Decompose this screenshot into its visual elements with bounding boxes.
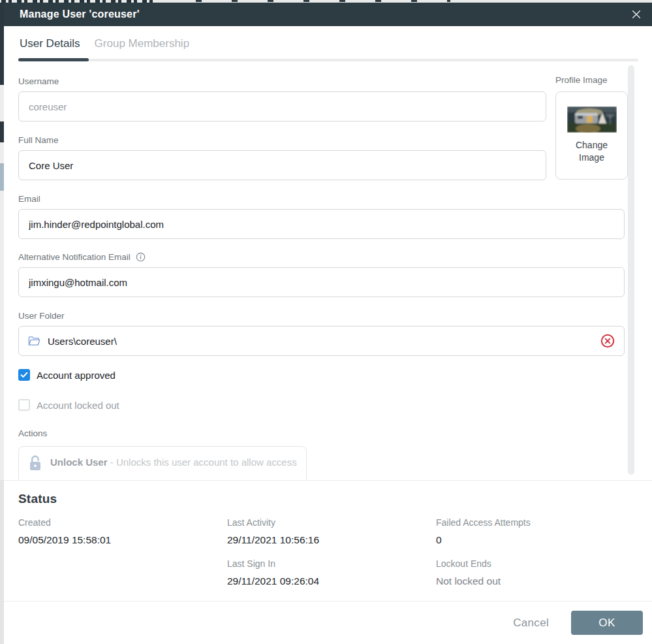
unlock-action-description: - Unlocks this user account to allow acc… [108, 457, 297, 468]
status-created: Created 09/05/2019 15:58:01 [18, 517, 227, 546]
dialog-header: Manage User 'coreuser' [4, 3, 652, 26]
account-approved-label: Account approved [37, 370, 116, 381]
status-lockout-ends-value: Not locked out [436, 575, 638, 587]
account-locked-checkbox: Account locked out [18, 399, 214, 411]
change-image-button[interactable]: Change Image [555, 91, 628, 180]
change-image-label: Change Image [571, 139, 613, 164]
username-input[interactable] [18, 91, 546, 121]
dialog-footer: Cancel OK [4, 601, 652, 644]
status-heading: Status [18, 492, 638, 506]
ok-button[interactable]: OK [571, 611, 643, 635]
manage-user-dialog: Manage User 'coreuser' User Details Grou… [4, 3, 652, 644]
checkbox-checked [18, 369, 30, 381]
tab-group-membership[interactable]: Group Membership [95, 35, 190, 52]
unlock-action-text: Unlock User - Unlocks this user account … [50, 454, 297, 471]
status-created-value: 09/05/2019 15:58:01 [18, 534, 227, 546]
account-locked-label: Account locked out [37, 400, 119, 411]
full-name-label: Full Name [18, 134, 546, 146]
status-panel: Status Created 09/05/2019 15:58:01 Last … [4, 480, 652, 601]
username-group: Username [18, 75, 546, 121]
status-last-sign-in-value: 29/11/2021 09:26:04 [227, 575, 436, 587]
user-folder-group: User Folder Users\coreuser\ [18, 310, 625, 356]
status-failed-attempts-value: 0 [436, 534, 638, 546]
profile-photo [567, 106, 617, 133]
actions-label: Actions [18, 427, 652, 439]
alt-email-label-text: Alternative Notification Email [18, 252, 131, 262]
info-icon[interactable] [136, 252, 146, 262]
unlock-icon [28, 455, 42, 472]
account-approved-checkbox[interactable]: Account approved [18, 369, 214, 381]
status-last-activity-value: 29/11/2021 10:56:16 [227, 534, 436, 546]
remove-circle-icon[interactable] [600, 334, 615, 348]
tab-row: User Details Group Membership [18, 35, 638, 52]
email-label: Email [18, 193, 625, 204]
tab-user-details[interactable]: User Details [20, 35, 80, 52]
folder-open-icon [28, 336, 40, 347]
status-last-activity: Last Activity 29/11/2021 10:56:16 [227, 517, 436, 546]
user-folder-input[interactable]: Users\coreuser\ [18, 326, 625, 356]
alt-email-group: Alternative Notification Email [18, 251, 625, 297]
status-grid: Created 09/05/2019 15:58:01 Last Activit… [18, 517, 638, 587]
unlock-user-action: Unlock User - Unlocks this user account … [18, 446, 307, 480]
status-failed-attempts: Failed Access Attempts 0 [436, 517, 638, 546]
alt-email-label: Alternative Notification Email [18, 251, 625, 263]
user-folder-value: Users\coreuser\ [48, 336, 593, 347]
alt-email-input[interactable] [18, 267, 625, 297]
cancel-button[interactable]: Cancel [504, 611, 558, 635]
unlock-action-title: Unlock User [50, 457, 108, 468]
full-name-group: Full Name [18, 134, 546, 180]
status-last-activity-label: Last Activity [227, 517, 436, 528]
user-folder-label: User Folder [18, 310, 625, 321]
status-created-label: Created [18, 517, 227, 528]
close-icon[interactable] [630, 8, 642, 20]
status-lockout-ends: Lockout Ends Not locked out [436, 558, 638, 587]
profile-image-label: Profile Image [555, 75, 608, 85]
screen: Manage User 'coreuser' User Details Grou… [0, 0, 652, 644]
dialog-title: Manage User 'coreuser' [20, 8, 140, 20]
email-group: Email [18, 193, 625, 239]
full-name-input[interactable] [18, 150, 546, 180]
status-last-sign-in-label: Last Sign In [227, 558, 436, 569]
tab-bar: User Details Group Membership [4, 26, 652, 61]
vertical-scrollbar[interactable] [628, 65, 634, 475]
user-details-panel: Username Full Name Email Alternative Not… [4, 61, 652, 480]
status-lockout-ends-label: Lockout Ends [436, 558, 638, 569]
username-label: Username [18, 75, 546, 87]
status-failed-attempts-label: Failed Access Attempts [436, 517, 638, 528]
email-input[interactable] [18, 209, 625, 239]
status-last-sign-in: Last Sign In 29/11/2021 09:26:04 [227, 558, 436, 587]
checkbox-unchecked [18, 399, 30, 411]
